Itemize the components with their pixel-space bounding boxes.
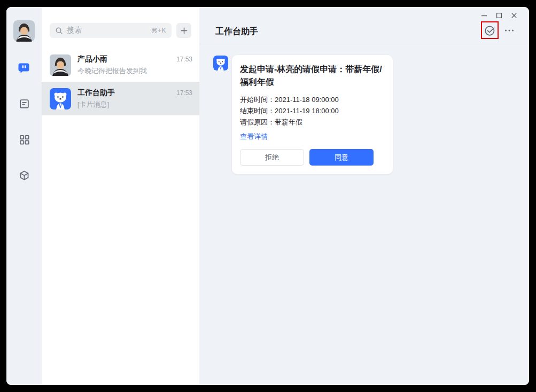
nav-rail — [6, 7, 42, 385]
approval-card-fields: 开始时间：2021-11-18 09:00:00 结束时间：2021-11-19… — [240, 94, 385, 128]
chat-time: 17:53 — [176, 56, 192, 63]
header-actions — [481, 21, 516, 39]
conversation-title: 工作台助手 — [215, 26, 258, 37]
chat-preview: 今晚记得把报告发到我 — [77, 66, 192, 76]
docs-icon[interactable] — [18, 98, 30, 109]
chat-items: 产品小雨 17:53 今晚记得把报告发到我 — [42, 48, 199, 115]
grid-icon — [19, 134, 30, 145]
workplace-icon[interactable] — [18, 134, 30, 145]
more-options-button[interactable] — [502, 23, 516, 37]
cube-icon — [19, 170, 30, 181]
chat-avatar-person — [50, 54, 71, 76]
approval-card-buttons: 拒绝 同意 — [240, 149, 385, 166]
reject-button[interactable]: 拒绝 — [240, 149, 304, 166]
search-input[interactable]: 搜索 ⌘+K — [50, 23, 172, 38]
search-row: 搜索 ⌘+K — [42, 7, 199, 38]
apps-icon[interactable] — [18, 169, 30, 181]
check-circle-icon — [484, 24, 496, 37]
chat-name: 产品小雨 — [77, 54, 107, 64]
ellipsis-icon — [504, 25, 515, 36]
todo-check-button[interactable] — [483, 23, 497, 37]
search-placeholder: 搜索 — [67, 26, 147, 35]
approval-card-title: 发起申请-林亮的请假申请：带薪年假/福利年假 — [240, 63, 385, 89]
field-reason: 请假原因：带薪年假 — [240, 116, 385, 128]
user-avatar-image — [13, 20, 35, 42]
search-shortcut-hint: ⌘+K — [151, 27, 166, 34]
chat-item-person[interactable]: 产品小雨 17:53 今晚记得把报告发到我 — [42, 48, 199, 82]
approve-button[interactable]: 同意 — [309, 149, 374, 166]
field-start-time: 开始时间：2021-11-18 09:00:00 — [240, 94, 385, 105]
approval-card: 发起申请-林亮的请假申请：带薪年假/福利年假 开始时间：2021-11-18 0… — [232, 55, 393, 174]
chat-item-assistant[interactable]: 工作台助手 17:53 [卡片消息] — [42, 82, 199, 115]
chat-time: 17:53 — [176, 89, 192, 97]
messenger-icon[interactable] — [18, 62, 30, 74]
conversation-panel: 工作台助手 — [199, 7, 529, 385]
app-window: 搜索 ⌘+K — [6, 7, 529, 385]
chat-list-panel: 搜索 ⌘+K — [42, 7, 199, 385]
field-end-time: 结束时间：2021-11-19 18:00:00 — [240, 105, 385, 116]
chat-bubble-icon — [18, 62, 30, 74]
plus-icon — [180, 27, 188, 35]
new-chat-button[interactable] — [176, 23, 191, 38]
message-sender-avatar[interactable] — [213, 56, 228, 70]
annotation-highlight-box — [481, 21, 499, 39]
document-icon — [19, 98, 30, 109]
view-details-link[interactable]: 查看详情 — [240, 132, 268, 142]
user-avatar[interactable] — [13, 20, 35, 42]
nav-rail-icons — [18, 62, 30, 181]
message-area: 发起申请-林亮的请假申请：带薪年假/福利年假 开始时间：2021-11-18 0… — [199, 44, 529, 385]
chat-avatar-assistant — [50, 88, 71, 109]
conversation-header: 工作台助手 — [199, 7, 529, 44]
search-icon — [55, 27, 63, 35]
chat-preview: [卡片消息] — [77, 100, 192, 109]
chat-name: 工作台助手 — [77, 88, 115, 98]
